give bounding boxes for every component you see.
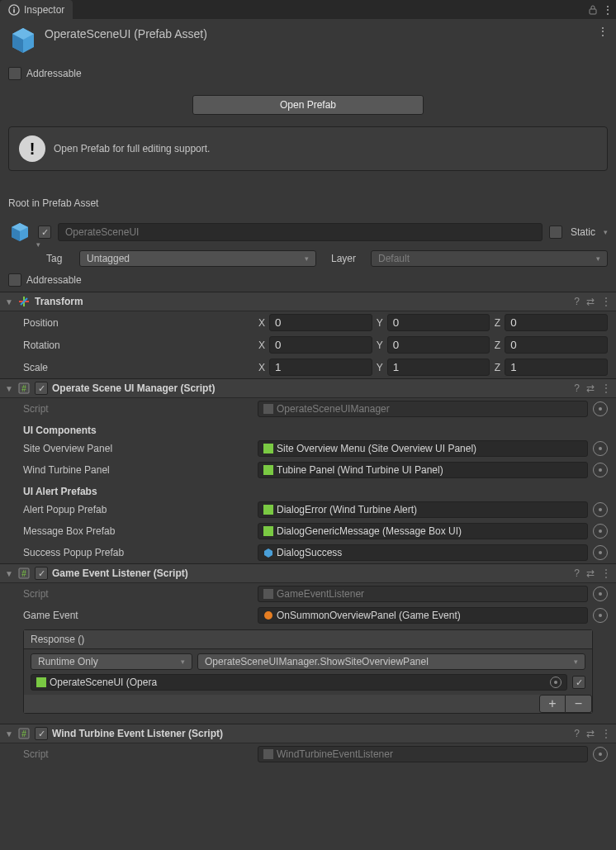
gel-enabled-checkbox[interactable] <box>35 567 48 580</box>
gameobject-active-checkbox[interactable] <box>38 226 51 239</box>
tab-bar: Inspector ⋮ <box>0 0 616 19</box>
message-box-field[interactable]: DialogGenericMessage (Message Box UI) <box>258 523 588 539</box>
svg-rect-15 <box>36 677 46 687</box>
rotation-x-input[interactable] <box>269 336 372 354</box>
notice-text: Open Prefab for full editing support. <box>54 143 210 154</box>
response-bool-checkbox[interactable] <box>572 676 585 689</box>
object-picker-button[interactable] <box>593 586 608 601</box>
notice-box: ! Open Prefab for full editing support. <box>8 126 608 171</box>
addressable-checkbox-go[interactable] <box>8 273 21 287</box>
scale-z-input[interactable] <box>505 359 608 376</box>
lock-icon[interactable] <box>588 5 598 15</box>
csharp-icon <box>263 505 273 515</box>
object-picker-button[interactable] <box>593 502 608 517</box>
csharp-icon <box>263 404 273 414</box>
info-icon <box>8 4 20 16</box>
wind-turbine-field[interactable]: Tubine Panel (Wind Turbine UI Panel) <box>258 462 588 478</box>
preset-icon[interactable]: ⇄ <box>586 296 595 307</box>
tab-title: Inspector <box>24 4 64 16</box>
icon-dropdown-arrow[interactable]: ▾ <box>36 240 40 249</box>
layer-label: Layer <box>331 253 366 264</box>
foldout-icon[interactable]: ▼ <box>5 297 13 306</box>
help-icon[interactable]: ? <box>574 296 580 307</box>
success-popup-field[interactable]: DialogSuccess <box>258 544 588 561</box>
wind-listener-header[interactable]: ▼ # Wind Turbine Event Listener (Script)… <box>0 724 616 743</box>
csharp-icon <box>263 444 273 453</box>
component-menu-icon[interactable]: ⋮ <box>601 567 611 579</box>
scale-x-input[interactable] <box>269 359 372 376</box>
object-picker-button[interactable] <box>593 524 608 539</box>
object-picker-button[interactable] <box>593 608 608 623</box>
preset-icon[interactable]: ⇄ <box>586 567 595 579</box>
help-icon[interactable]: ? <box>574 728 580 739</box>
object-picker-button[interactable] <box>593 545 608 560</box>
help-icon[interactable]: ? <box>574 382 580 394</box>
transform-title: Transform <box>35 296 570 307</box>
game-event-field[interactable]: OnSummonOverviewPanel (Game Event) <box>258 607 588 624</box>
svg-text:#: # <box>21 729 26 738</box>
object-picker-button[interactable] <box>593 463 608 477</box>
scriptable-icon <box>263 610 273 620</box>
add-response-button[interactable]: + <box>539 695 566 713</box>
preset-icon[interactable]: ⇄ <box>586 382 595 394</box>
tab-menu-icon[interactable]: ⋮ <box>603 4 613 16</box>
preset-icon[interactable]: ⇄ <box>586 728 595 739</box>
asset-menu-icon[interactable]: ⋮ <box>598 26 608 37</box>
success-popup-row: Success Popup Prefab DialogSuccess <box>0 542 616 563</box>
site-overview-field[interactable]: Site Overview Menu (Site Overview UI Pan… <box>258 440 588 457</box>
svg-rect-18 <box>263 749 273 759</box>
csharp-icon <box>263 589 273 599</box>
foldout-icon[interactable]: ▼ <box>5 729 13 738</box>
component-menu-icon[interactable]: ⋮ <box>601 296 611 307</box>
scale-y-input[interactable] <box>387 359 490 376</box>
svg-text:#: # <box>21 569 26 578</box>
position-z-input[interactable] <box>505 314 608 331</box>
response-target-field[interactable]: OperateSceneUI (Opera <box>31 674 567 691</box>
static-checkbox[interactable] <box>549 226 562 239</box>
ui-manager-enabled-checkbox[interactable] <box>35 382 48 395</box>
static-label: Static <box>569 226 597 238</box>
component-menu-icon[interactable]: ⋮ <box>601 382 611 394</box>
remove-response-button[interactable]: − <box>566 695 592 713</box>
alert-popup-row: Alert Popup Prefab DialogError (Wind Tur… <box>0 499 616 520</box>
runtime-dropdown[interactable]: Runtime Only▾ <box>31 653 192 670</box>
warning-icon: ! <box>19 135 45 162</box>
svg-rect-13 <box>263 589 273 599</box>
object-picker-button[interactable] <box>593 747 608 762</box>
function-dropdown[interactable]: OperateSceneUIManager.ShowSiteOverviewPa… <box>197 653 585 670</box>
static-dropdown-arrow[interactable]: ▾ <box>604 228 608 236</box>
svg-point-1 <box>13 7 15 8</box>
object-picker-button[interactable] <box>593 401 608 416</box>
scale-row: Scale X Y Z <box>0 356 616 378</box>
object-picker-button[interactable] <box>550 677 562 688</box>
alert-popup-field[interactable]: DialogError (Wind Turbine Alert) <box>258 501 588 518</box>
ui-manager-header[interactable]: ▼ # Operate Scene UI Manager (Script) ? … <box>0 378 616 398</box>
wl-enabled-checkbox[interactable] <box>35 727 48 740</box>
svg-rect-7 <box>263 444 273 453</box>
prefab-icon <box>8 26 38 55</box>
root-prefab-label: Root in Prefab Asset <box>0 184 616 216</box>
object-picker-button[interactable] <box>593 441 608 456</box>
position-y-input[interactable] <box>387 314 490 331</box>
inspector-tab[interactable]: Inspector <box>0 0 73 19</box>
gel-title: Game Event Listener (Script) <box>52 567 570 579</box>
game-event-listener-header[interactable]: ▼ # Game Event Listener (Script) ? ⇄ ⋮ <box>0 563 616 583</box>
response-title: Response () <box>24 630 592 649</box>
gameobject-name-field[interactable]: OperateSceneUI <box>58 223 543 241</box>
layer-dropdown[interactable]: Default▾ <box>371 250 608 267</box>
rotation-z-input[interactable] <box>505 336 608 354</box>
ui-manager-title: Operate Scene UI Manager (Script) <box>52 382 570 394</box>
component-menu-icon[interactable]: ⋮ <box>601 728 611 739</box>
foldout-icon[interactable]: ▼ <box>5 384 13 393</box>
rotation-y-input[interactable] <box>387 336 490 354</box>
gel-script-row: Script GameEventListener <box>0 583 616 605</box>
csharp-icon <box>36 677 46 687</box>
gameobject-icon <box>8 221 31 244</box>
tag-dropdown[interactable]: Untagged▾ <box>79 250 316 267</box>
addressable-checkbox-asset[interactable] <box>8 67 21 80</box>
foldout-icon[interactable]: ▼ <box>5 569 13 578</box>
open-prefab-button[interactable]: Open Prefab <box>192 95 424 115</box>
transform-header[interactable]: ▼ Transform ? ⇄ ⋮ <box>0 292 616 311</box>
help-icon[interactable]: ? <box>574 567 580 579</box>
position-x-input[interactable] <box>269 314 372 331</box>
